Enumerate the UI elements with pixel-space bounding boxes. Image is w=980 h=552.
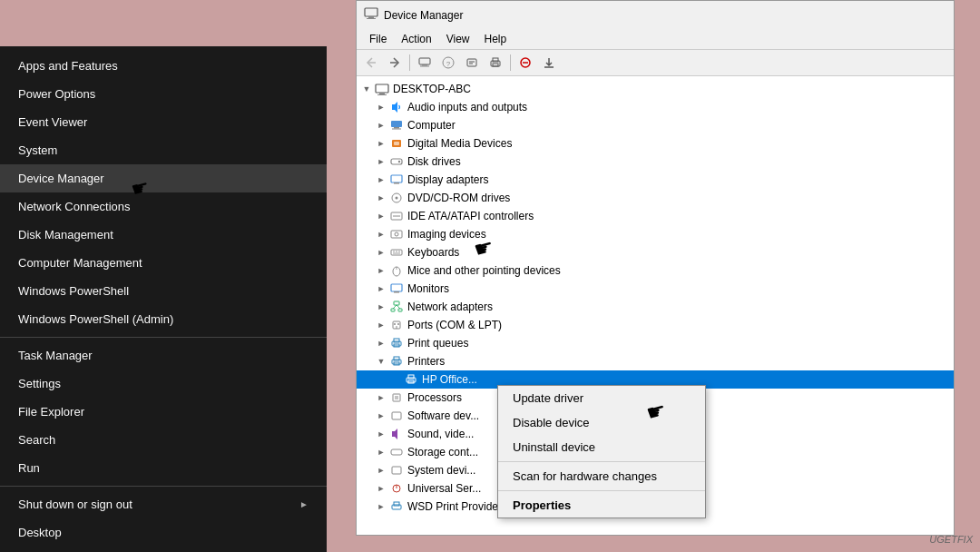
menu-label-powershell-admin: Windows PowerShell (Admin): [18, 312, 173, 326]
svg-rect-45: [391, 284, 402, 291]
menu-item-apps-features[interactable]: Apps and Features: [0, 52, 327, 80]
menu-item-search[interactable]: Search: [0, 426, 327, 454]
monitors-icon: [389, 281, 404, 296]
sound-video-label: Sound, vide...: [407, 428, 474, 440]
printers-icon: [389, 354, 404, 369]
toolbar-sep-1: [409, 54, 410, 71]
tree-item-network[interactable]: ► Network adapters: [357, 298, 954, 316]
tree-item-ide[interactable]: ► IDE ATA/ATAPI controllers: [357, 207, 954, 225]
tree-item-digital-media[interactable]: ► Digital Media Devices: [357, 134, 954, 153]
tree-item-monitors[interactable]: ► Monitors: [357, 280, 954, 298]
system-dev-arrow: ►: [375, 464, 387, 477]
tree-item-computer[interactable]: ► Computer: [357, 116, 954, 134]
ide-label: IDE ATA/ATAPI controllers: [407, 210, 534, 222]
tree-item-print-queues[interactable]: ► Print queues: [357, 334, 954, 352]
popup-uninstall-device[interactable]: Uninstall device: [498, 435, 705, 459]
system-dev-label: System devi...: [407, 464, 475, 477]
device-manager-window: Device Manager File Action View Help ?: [356, 0, 955, 536]
network-label: Network adapters: [407, 301, 493, 313]
menu-item-shut-down[interactable]: Shut down or sign out ►: [0, 490, 327, 518]
toolbar-help-btn[interactable]: ?: [437, 53, 459, 73]
digital-media-icon: [389, 136, 404, 151]
tree-item-printers[interactable]: ▼ Printers: [357, 352, 954, 370]
menu-action[interactable]: Action: [396, 31, 436, 47]
monitors-label: Monitors: [407, 282, 449, 295]
popup-scan-hardware[interactable]: Scan for hardware changes: [498, 464, 705, 488]
keyboards-icon: [389, 245, 404, 260]
menu-item-system[interactable]: System: [0, 136, 327, 164]
svg-rect-2: [367, 18, 376, 19]
printers-arrow: ▼: [375, 355, 387, 368]
svg-point-53: [394, 323, 396, 325]
menu-item-desktop[interactable]: Desktop: [0, 518, 327, 547]
menu-item-disk-management[interactable]: Disk Management: [0, 221, 327, 249]
popup-update-driver[interactable]: Update driver: [498, 386, 705, 410]
menu-item-device-manager[interactable]: Device Manager: [0, 164, 327, 192]
processors-label: Processors: [407, 391, 462, 404]
wsd-icon: [389, 499, 404, 514]
menu-item-run[interactable]: Run: [0, 454, 327, 482]
computer-arrow: ►: [375, 119, 387, 132]
menu-label-event-viewer: Event Viewer: [18, 115, 87, 129]
svg-rect-31: [394, 182, 399, 184]
system-dev-icon: [389, 463, 404, 478]
menu-item-powershell[interactable]: Windows PowerShell: [0, 277, 327, 305]
menu-help[interactable]: Help: [479, 31, 513, 47]
svg-point-29: [398, 161, 400, 163]
tree-item-disk-drives[interactable]: ► Disk drives: [357, 153, 954, 171]
svg-rect-15: [493, 64, 498, 66]
network-icon: [389, 300, 404, 314]
menu-label-task-manager: Task Manager: [18, 349, 93, 362]
dvd-label: DVD/CD-ROM drives: [407, 192, 510, 204]
tree-root[interactable]: ▼ DESKTOP-ABC: [357, 80, 954, 98]
tree-item-keyboards[interactable]: ► Keyboards: [357, 243, 954, 261]
menu-view[interactable]: View: [441, 31, 475, 47]
menu-item-computer-management[interactable]: Computer Management: [0, 249, 327, 277]
root-label: DESKTOP-ABC: [393, 83, 471, 95]
svg-rect-0: [365, 8, 377, 16]
tree-item-ports[interactable]: ► Ports (COM & LPT): [357, 316, 954, 334]
svg-rect-27: [394, 142, 399, 145]
svg-marker-22: [392, 102, 397, 113]
digital-media-arrow: ►: [375, 137, 387, 150]
toolbar-forward-btn[interactable]: [384, 53, 406, 73]
audio-icon: [389, 100, 404, 114]
toolbar-computer-btn[interactable]: [414, 53, 436, 73]
software-dev-label: Software dev...: [407, 409, 479, 422]
tree-item-audio[interactable]: ► Audio inputs and outputs: [357, 98, 954, 116]
tree-item-dvd[interactable]: ► DVD/CD-ROM drives: [357, 189, 954, 207]
menu-item-file-explorer[interactable]: File Explorer: [0, 398, 327, 426]
menu-item-event-viewer[interactable]: Event Viewer: [0, 108, 327, 136]
menu-item-network-connections[interactable]: Network Connections: [0, 192, 327, 221]
computer-label: Computer: [407, 119, 456, 132]
svg-rect-1: [368, 16, 374, 18]
menu-label-disk-management: Disk Management: [18, 228, 113, 242]
svg-point-33: [396, 197, 398, 200]
sound-video-arrow: ►: [375, 428, 387, 440]
processors-icon: [389, 390, 404, 405]
toolbar-uninstall-btn[interactable]: [538, 53, 560, 73]
popup-properties[interactable]: Properties: [498, 493, 705, 518]
tree-panel[interactable]: ▼ DESKTOP-ABC ►: [357, 76, 954, 535]
svg-line-51: [397, 305, 400, 309]
tree-item-display[interactable]: ► Display adapters: [357, 171, 954, 189]
universal-ser-icon: [389, 481, 404, 496]
tree-item-mice[interactable]: ► Mice and other pointing devices: [357, 261, 954, 280]
software-dev-arrow: ►: [375, 409, 387, 422]
toolbar-disable-btn[interactable]: [514, 53, 536, 73]
imaging-icon: [389, 227, 404, 242]
menu-item-settings[interactable]: Settings: [0, 370, 327, 398]
tree-item-imaging[interactable]: ► Imaging devices: [357, 225, 954, 243]
printers-label: Printers: [407, 355, 445, 368]
popup-disable-device[interactable]: Disable device: [498, 410, 705, 435]
toolbar-print-btn[interactable]: [485, 53, 506, 73]
window-title-bar: Device Manager: [357, 1, 954, 29]
toolbar-properties-btn[interactable]: [461, 53, 483, 73]
menu-item-power-options[interactable]: Power Options: [0, 80, 327, 108]
divider-1: [0, 337, 327, 338]
menu-item-task-manager[interactable]: Task Manager: [0, 341, 327, 370]
menu-item-powershell-admin[interactable]: Windows PowerShell (Admin): [0, 305, 327, 333]
toolbar-back-btn[interactable]: [360, 53, 382, 73]
menu-file[interactable]: File: [364, 31, 392, 47]
svg-rect-69: [391, 449, 402, 455]
